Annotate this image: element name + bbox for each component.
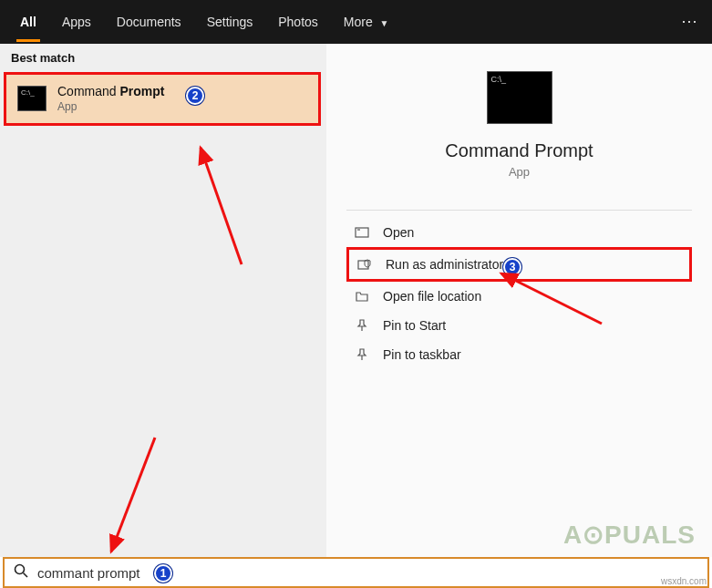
svg-rect-1 xyxy=(358,261,368,269)
best-match-header: Best match xyxy=(0,44,326,70)
svg-line-3 xyxy=(24,573,28,578)
result-text: Command Prompt App xyxy=(57,84,164,114)
action-open-file-location[interactable]: Open file location xyxy=(346,282,692,311)
search-filter-tabs: All Apps Documents Settings Photos More … xyxy=(0,0,712,44)
result-subtitle: App xyxy=(57,100,164,114)
result-title-pre: Command xyxy=(57,84,119,98)
result-preview-pane: C:\_ Command Prompt App Open Run as admi… xyxy=(326,44,712,557)
action-pin-start-label: Pin to Start xyxy=(383,318,446,333)
admin-shield-icon xyxy=(356,257,373,272)
action-open-loc-label: Open file location xyxy=(383,289,481,304)
result-command-prompt[interactable]: C:\_ Command Prompt App xyxy=(4,72,321,126)
action-pin-to-taskbar[interactable]: Pin to taskbar xyxy=(346,340,692,369)
tab-more-label: More xyxy=(344,15,373,29)
action-list: Open Run as administrator Open file loca… xyxy=(346,218,692,369)
tab-all[interactable]: All xyxy=(7,2,49,42)
action-run-admin-label: Run as administrator xyxy=(386,257,503,272)
divider xyxy=(346,210,692,211)
results-list: Best match C:\_ Command Prompt App xyxy=(0,44,326,557)
result-title-bold: Prompt xyxy=(119,84,164,98)
preview-title: Command Prompt xyxy=(346,140,692,161)
preview-subtitle: App xyxy=(346,165,692,179)
tab-photos[interactable]: Photos xyxy=(265,2,331,42)
action-pin-taskbar-label: Pin to taskbar xyxy=(383,347,461,362)
watermark: A⊙PUALS xyxy=(563,520,696,550)
cmd-icon: C:\_ xyxy=(17,86,46,111)
tab-documents[interactable]: Documents xyxy=(104,2,194,42)
search-icon xyxy=(14,563,28,582)
tab-settings[interactable]: Settings xyxy=(194,2,266,42)
result-title: Command Prompt xyxy=(57,84,164,100)
preview-cmd-icon: C:\_ xyxy=(487,71,552,124)
pin-icon xyxy=(354,347,370,362)
annotation-badge-1: 1 xyxy=(154,564,172,583)
tab-apps[interactable]: Apps xyxy=(49,2,104,42)
action-open-label: Open xyxy=(383,225,414,240)
search-bar[interactable] xyxy=(3,557,709,588)
tab-more[interactable]: More ▼ xyxy=(331,2,402,42)
search-results-pane: Best match C:\_ Command Prompt App C:\_ … xyxy=(0,44,712,557)
annotation-badge-2: 2 xyxy=(186,87,204,105)
open-icon xyxy=(354,225,370,240)
action-pin-to-start[interactable]: Pin to Start xyxy=(346,311,692,340)
overflow-menu-button[interactable]: ⋯ xyxy=(681,11,699,31)
action-open[interactable]: Open xyxy=(346,218,692,247)
pin-icon xyxy=(354,318,370,333)
chevron-down-icon: ▼ xyxy=(380,18,389,28)
folder-icon xyxy=(354,289,370,304)
image-credit: wsxdn.com xyxy=(661,576,707,586)
annotation-badge-3: 3 xyxy=(503,258,521,276)
svg-point-2 xyxy=(15,565,25,574)
search-input[interactable] xyxy=(37,565,698,581)
